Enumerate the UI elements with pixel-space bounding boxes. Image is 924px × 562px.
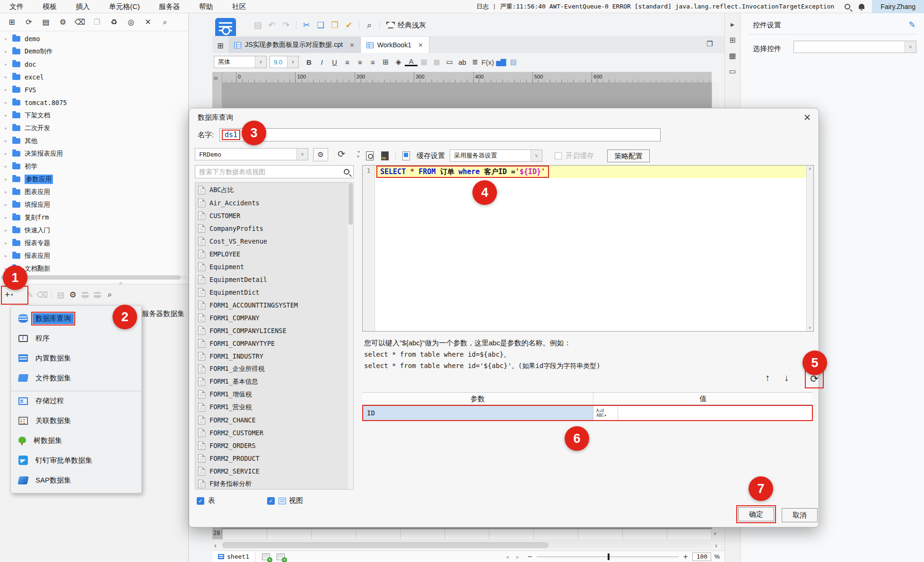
tree-item[interactable]: ▸ FVS bbox=[0, 83, 188, 96]
expand-arrow-icon[interactable]: ▸ bbox=[5, 100, 12, 105]
edit-icon[interactable]: ✎ bbox=[909, 20, 915, 30]
prev-sheet-icon[interactable]: ◂ bbox=[506, 553, 509, 560]
align-center-icon[interactable]: ≡ bbox=[354, 58, 366, 66]
menu-item[interactable]: 内置数据集 bbox=[11, 348, 141, 368]
menu-item[interactable]: 服务器 bbox=[149, 0, 190, 13]
menu-item[interactable]: 程序 bbox=[11, 328, 141, 348]
edit-connection-button[interactable]: ⚙ bbox=[313, 148, 328, 161]
theme-button[interactable]: 经典浅灰 bbox=[386, 21, 426, 30]
cut-icon[interactable]: ✂ bbox=[299, 20, 314, 30]
sheet-tab[interactable]: sheet1 bbox=[212, 551, 255, 562]
tree-item[interactable]: ▸ 参数应用 bbox=[0, 173, 188, 185]
fill-color-icon[interactable]: ◈ bbox=[392, 58, 405, 66]
policy-config-button[interactable]: 策略配置 bbox=[607, 149, 650, 162]
find-icon[interactable]: ⌕ bbox=[362, 20, 376, 30]
parameter-value-cell[interactable] bbox=[618, 406, 812, 420]
menu-item[interactable]: 存储过程 bbox=[11, 391, 141, 411]
table-item[interactable]: EMPLOYEE bbox=[195, 247, 353, 260]
table-item[interactable]: FORM1_营业税 bbox=[195, 401, 353, 413]
line-spacing-icon[interactable]: ≣ bbox=[469, 58, 481, 66]
splitter-handle[interactable]: = bbox=[119, 280, 122, 287]
menu-item[interactable]: 单元格(C) bbox=[99, 0, 149, 13]
save-icon[interactable]: ▤ bbox=[251, 20, 265, 30]
sidebar-hscrollbar[interactable] bbox=[1, 275, 187, 280]
border-icon[interactable]: ⊞ bbox=[379, 58, 392, 66]
tree-item[interactable]: ▸ 决策报表应用 bbox=[0, 147, 188, 160]
preview-dataset-icon[interactable]: ▤ bbox=[54, 290, 67, 300]
table-item[interactable]: FORM2_CHANCE bbox=[195, 413, 353, 426]
zoom-in-button[interactable]: + bbox=[683, 553, 688, 561]
menu-item[interactable]: 文件 bbox=[0, 0, 33, 13]
font-color-icon[interactable]: A bbox=[405, 58, 418, 66]
table-item[interactable]: Equipment bbox=[195, 260, 353, 273]
scroll-right-icon[interactable]: › bbox=[715, 541, 717, 549]
font-family-select[interactable]: 黑体 ˅ bbox=[214, 56, 267, 68]
menu-item[interactable]: 文件数据集 bbox=[11, 368, 141, 388]
sql-file-icon[interactable] bbox=[381, 151, 389, 160]
widget-icon[interactable]: ▭ bbox=[443, 58, 456, 66]
search-icon[interactable] bbox=[845, 4, 850, 9]
zoom-out-button[interactable]: − bbox=[528, 553, 532, 561]
align-right-icon[interactable]: ≡ bbox=[366, 58, 379, 66]
canvas-hscrollbar[interactable] bbox=[222, 542, 712, 548]
delete-dataset-icon[interactable]: ⌫ bbox=[36, 290, 48, 300]
formula-icon[interactable]: F(x) bbox=[481, 58, 494, 66]
tree-item[interactable]: ▸ 复刻frm bbox=[0, 211, 188, 224]
image-icon[interactable]: ▨ bbox=[507, 58, 520, 66]
merge-cells-icon[interactable]: ▦ bbox=[418, 58, 430, 66]
tree-item[interactable]: ▸ 报表应用 bbox=[0, 249, 188, 262]
user-account[interactable]: Fairy.Zhang bbox=[872, 0, 924, 13]
tree-item[interactable]: ▸ doc bbox=[0, 58, 188, 70]
move-up-icon[interactable]: ↑ bbox=[765, 372, 770, 383]
expand-arrow-icon[interactable]: ▸ bbox=[5, 87, 12, 92]
tree-item[interactable]: ▸ excel bbox=[0, 70, 188, 83]
expand-arrow-icon[interactable]: ▸ bbox=[5, 125, 12, 131]
menu-item[interactable]: 钉钉审批单数据集 bbox=[11, 450, 141, 470]
db-disconnect-icon[interactable] bbox=[94, 292, 101, 298]
server-dataset-tab[interactable]: 服务器数据集 bbox=[142, 309, 189, 318]
report-icon[interactable]: ▤ bbox=[40, 18, 52, 26]
tree-item[interactable]: ▸ 下架文档 bbox=[0, 109, 188, 122]
search-icon[interactable]: ⌕ bbox=[159, 18, 171, 26]
bold-icon[interactable]: B bbox=[303, 58, 315, 66]
split-cells-icon[interactable]: ▦ bbox=[430, 58, 443, 66]
tree-item[interactable]: ▸ Demo制作 bbox=[0, 45, 188, 58]
table-item[interactable]: EquipmentDict bbox=[195, 286, 353, 299]
expand-arrow-icon[interactable]: ▸ bbox=[5, 151, 12, 156]
expand-arrow-icon[interactable]: ▸ bbox=[5, 61, 12, 67]
parameter-type-icon[interactable]: A↓U ABC▾ bbox=[593, 406, 618, 420]
workbook-tab[interactable]: WorkBook1 ✕ bbox=[361, 37, 429, 53]
collapse-panel-icon[interactable]: ▸ bbox=[726, 20, 739, 29]
close-icon[interactable]: ✕ bbox=[142, 18, 154, 26]
zoom-value[interactable]: 100 bbox=[692, 553, 711, 561]
preview-query-icon[interactable] bbox=[366, 151, 374, 160]
table-item[interactable]: Cost_VS_Revenue bbox=[195, 235, 353, 247]
table-item[interactable]: FORM2_ORDERS bbox=[195, 439, 353, 452]
ok-button[interactable]: 确定 bbox=[738, 507, 774, 521]
zoom-slider[interactable] bbox=[537, 556, 679, 557]
expand-arrow-icon[interactable]: ▸ bbox=[5, 113, 12, 118]
paste-icon[interactable]: ❐ bbox=[328, 20, 342, 30]
expand-arrow-icon[interactable]: ▸ bbox=[5, 138, 12, 143]
table-item[interactable]: FORM2_PRODUCT bbox=[195, 452, 353, 465]
expand-arrow-icon[interactable]: ▸ bbox=[5, 164, 12, 169]
menu-item[interactable]: 模板 bbox=[33, 0, 66, 13]
italic-icon[interactable]: I bbox=[315, 58, 328, 66]
expand-arrow-icon[interactable]: ▸ bbox=[5, 74, 12, 79]
text-icon[interactable]: ab bbox=[456, 58, 469, 66]
cell-element-icon[interactable]: ⊞ bbox=[726, 35, 739, 44]
table-item[interactable]: FORM1_INDUSTRY bbox=[195, 350, 353, 362]
table-item[interactable]: ABC占比 bbox=[195, 184, 353, 196]
redo-icon[interactable]: ↷ bbox=[279, 20, 293, 30]
scroll-left-icon[interactable]: ‹ bbox=[214, 541, 217, 549]
new-tab-icon[interactable]: ⊞ bbox=[212, 39, 228, 53]
menu-item[interactable]: 树数据集 bbox=[11, 430, 141, 450]
table-search-input[interactable] bbox=[195, 168, 344, 176]
refresh-icon[interactable]: ⟳ bbox=[23, 18, 35, 26]
zoom-slider-thumb[interactable] bbox=[608, 553, 610, 560]
expand-arrow-icon[interactable]: ▸ bbox=[5, 228, 12, 233]
table-item[interactable]: CUSTOMER bbox=[195, 209, 353, 222]
menu-item[interactable]: 帮助 bbox=[190, 0, 223, 13]
tree-item[interactable]: ▸ 快速入门 bbox=[0, 224, 188, 237]
parameter-value-input[interactable] bbox=[618, 406, 812, 420]
